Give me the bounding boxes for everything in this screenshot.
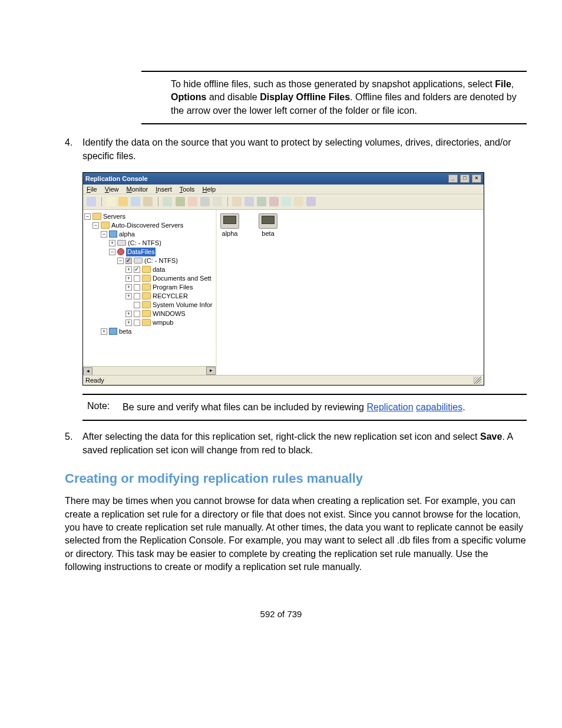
toolbar-button[interactable] xyxy=(269,197,279,206)
resize-grip-icon[interactable] xyxy=(473,377,481,384)
computer-icon xyxy=(220,213,239,229)
toolbar-button[interactable] xyxy=(306,197,316,206)
step-5: 5. After selecting the data for this rep… xyxy=(65,430,527,457)
scrollbar[interactable]: ◂ ▸ xyxy=(83,366,216,375)
expand-icon[interactable]: + xyxy=(125,293,132,299)
collapse-icon[interactable]: − xyxy=(84,213,91,220)
menu-monitor[interactable]: Monitor xyxy=(127,186,148,193)
toolbar-button[interactable] xyxy=(294,197,303,206)
toolbar-button[interactable] xyxy=(87,197,96,206)
checkbox[interactable] xyxy=(134,293,140,299)
menu-bar: File View Monitor Insert Tools Help xyxy=(83,185,484,195)
toolbar-button[interactable] xyxy=(213,197,222,206)
menu-view[interactable]: View xyxy=(105,186,119,193)
tree-label: Documents and Sett xyxy=(153,274,211,283)
tree-item-beta[interactable]: +beta xyxy=(84,327,214,336)
text: To hide offline files, such as those gen… xyxy=(171,79,495,89)
tree-item-c-drive[interactable]: +(C: - NTFS) xyxy=(84,239,214,248)
callout-text: To hide offline files, such as those gen… xyxy=(141,78,527,117)
checkbox[interactable] xyxy=(134,275,140,282)
bold-file: File xyxy=(495,79,511,89)
toolbar-button[interactable] xyxy=(163,197,172,206)
tree-item-datafiles[interactable]: −DataFiles xyxy=(84,248,214,256)
menu-insert[interactable]: Insert xyxy=(156,186,172,193)
tree-label: (C: - NTFS) xyxy=(144,256,178,265)
link-capabilities[interactable]: capabilities xyxy=(416,402,462,412)
toolbar-button[interactable] xyxy=(106,197,115,206)
expand-icon[interactable]: + xyxy=(125,275,132,282)
toolbar-button[interactable] xyxy=(131,197,140,206)
text: Be sure and verify what files can be inc… xyxy=(123,402,366,412)
collapse-icon[interactable]: − xyxy=(109,249,115,255)
toolbar-button[interactable] xyxy=(282,197,291,206)
checkbox-checked[interactable] xyxy=(134,266,140,273)
toolbar-separator xyxy=(158,197,158,206)
bold-display-offline: Display Offline Files xyxy=(260,92,350,102)
tree-label: beta xyxy=(119,327,131,336)
tree-label: data xyxy=(153,265,165,274)
note-box: Note: Be sure and verify what files can … xyxy=(82,394,527,421)
checkbox[interactable] xyxy=(134,284,140,291)
callout-hide-offline: To hide offline files, such as those gen… xyxy=(141,71,527,124)
toolbar-button[interactable] xyxy=(188,197,197,206)
server-icon-beta[interactable]: beta xyxy=(259,213,277,237)
tree-item-alpha[interactable]: −alpha xyxy=(84,230,214,239)
checkbox[interactable] xyxy=(134,311,140,317)
tree-item-program-files[interactable]: +Program Files xyxy=(84,283,214,292)
toolbar-button[interactable] xyxy=(118,197,128,206)
tree-label: RECYCLER xyxy=(153,292,188,301)
window-buttons: _ □ × xyxy=(448,174,481,183)
text: After selecting the data for this replic… xyxy=(82,431,480,442)
expand-icon[interactable]: + xyxy=(125,266,132,273)
bold-options: Options xyxy=(171,92,206,102)
expand-icon[interactable]: + xyxy=(109,240,115,246)
checkbox[interactable] xyxy=(134,302,140,308)
toolbar-button[interactable] xyxy=(232,197,242,206)
menu-file[interactable]: File xyxy=(87,186,97,193)
server-icon xyxy=(109,328,117,335)
minimize-button[interactable]: _ xyxy=(448,174,458,183)
tree-item-windows[interactable]: +WINDOWS xyxy=(84,309,214,318)
step-4: 4. Identify the data on the source that … xyxy=(65,136,527,163)
link-replication[interactable]: Replication xyxy=(366,402,413,412)
toolbar-button[interactable] xyxy=(200,197,210,206)
collapse-icon[interactable]: − xyxy=(92,222,99,229)
server-icon-alpha[interactable]: alpha xyxy=(220,213,239,237)
window-title: Replication Console xyxy=(85,175,148,182)
checkbox[interactable] xyxy=(134,319,140,326)
tree-item-c-ntfs[interactable]: −(C: - NTFS) xyxy=(84,256,214,265)
toolbar-button[interactable] xyxy=(257,197,266,206)
tree-item-auto-discovered[interactable]: −Auto-Discovered Servers xyxy=(84,221,214,230)
checkbox-mixed[interactable] xyxy=(125,258,132,264)
close-button[interactable]: × xyxy=(472,174,481,183)
folder-icon xyxy=(142,319,151,326)
tree-item-data[interactable]: +data xyxy=(84,265,214,274)
expand-icon[interactable]: + xyxy=(125,319,132,326)
toolbar-button[interactable] xyxy=(176,197,185,206)
collapse-icon[interactable]: − xyxy=(117,258,124,264)
drive-icon xyxy=(134,258,143,263)
toolbar-button[interactable] xyxy=(143,197,153,206)
folder-icon xyxy=(142,292,151,299)
toolbar-button[interactable] xyxy=(244,197,254,206)
step-number: 5. xyxy=(65,430,82,457)
menu-help[interactable]: Help xyxy=(202,186,216,193)
tree-label: (C: - NTFS) xyxy=(128,239,161,248)
screenshot-replication-console: Replication Console _ □ × File View Moni… xyxy=(82,172,484,386)
collapse-icon[interactable]: − xyxy=(101,231,107,238)
scroll-left-icon[interactable]: ◂ xyxy=(83,367,92,375)
scroll-right-icon[interactable]: ▸ xyxy=(206,367,216,375)
expand-icon[interactable]: + xyxy=(125,311,132,317)
computer-icon xyxy=(259,213,277,229)
tree-item-sys-vol[interactable]: System Volume Infor xyxy=(84,301,214,309)
tree-label: alpha xyxy=(119,230,135,239)
expand-icon[interactable]: + xyxy=(125,284,132,291)
expand-icon[interactable]: + xyxy=(101,328,107,335)
menu-tools[interactable]: Tools xyxy=(180,186,195,193)
tree-item-wmpub[interactable]: +wmpub xyxy=(84,318,214,327)
tree-item-documents[interactable]: +Documents and Sett xyxy=(84,274,214,283)
main-panel: alpha beta xyxy=(217,210,484,375)
tree-item-servers[interactable]: −Servers xyxy=(84,212,214,221)
tree-item-recycler[interactable]: +RECYCLER xyxy=(84,292,214,301)
maximize-button[interactable]: □ xyxy=(460,174,470,183)
